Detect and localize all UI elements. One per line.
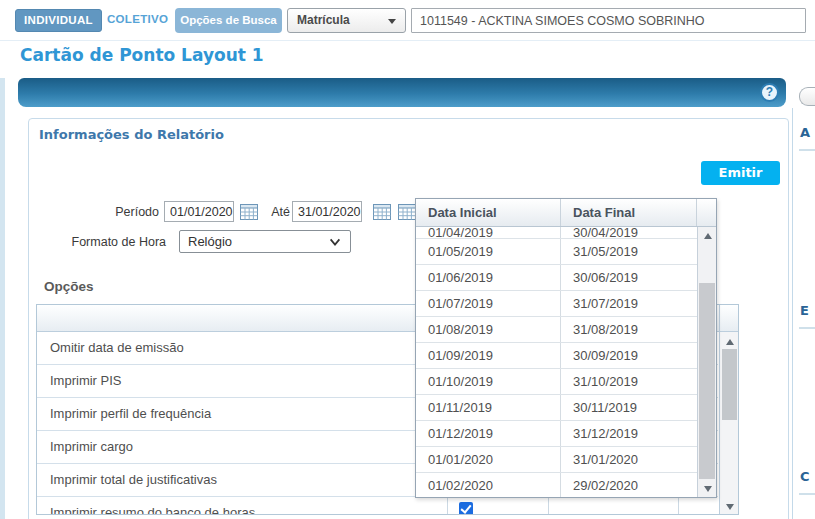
options-title: Opções <box>44 279 94 294</box>
data-inicial-cell: 01/07/2019 <box>416 291 561 316</box>
divider <box>799 493 815 495</box>
select-arrow-icon <box>388 19 396 24</box>
right-panel-divider <box>792 108 793 519</box>
data-inicial-cell: 01/09/2019 <box>416 343 561 368</box>
data-final-cell: 29/02/2020 <box>561 473 697 497</box>
date-range-row[interactable]: 01/11/201930/11/2019 <box>416 395 697 421</box>
chevron-down-icon <box>328 235 342 249</box>
data-inicial-cell: 01/02/2020 <box>416 473 561 497</box>
date-range-row[interactable]: 01/05/201931/05/2019 <box>416 239 697 265</box>
option-label: Imprimir perfil de frequência <box>37 398 448 430</box>
data-final-cell: 30/06/2019 <box>561 265 697 290</box>
dropdown-scrollbar[interactable] <box>697 227 716 497</box>
left-accent-strip <box>0 78 5 519</box>
formato-hora-value: Relógio <box>188 234 232 249</box>
report-section-title: Informações do Relatório <box>39 127 224 142</box>
data-inicial-cell: 01/06/2019 <box>416 265 561 290</box>
option-label: Omitir data de emissão <box>37 332 448 364</box>
options-scrollbar-header <box>720 305 738 332</box>
date-range-row[interactable]: 01/08/201931/08/2019 <box>416 317 697 343</box>
date-range-row[interactable]: 01/01/202031/01/2020 <box>416 447 697 473</box>
option-label: Imprimir PIS <box>37 365 448 397</box>
top-toolbar: INDIVIDUAL COLETIVO Opções de Busca Matr… <box>0 0 815 41</box>
data-final-cell: 30/11/2019 <box>561 395 697 420</box>
data-final-cell: 31/10/2019 <box>561 369 697 394</box>
date-range-row[interactable]: 01/02/202029/02/2020 <box>416 473 697 497</box>
section-header-bar: ? <box>18 78 786 107</box>
periodo-start-input[interactable] <box>164 201 234 222</box>
page-title: Cartão de Ponto Layout 1 <box>20 45 264 65</box>
dropdown-rows: 01/04/2019 30/04/2019 01/05/201931/05/20… <box>416 227 697 497</box>
search-type-select[interactable]: Matrícula <box>287 8 406 33</box>
data-final-cell: 31/07/2019 <box>561 291 697 316</box>
data-inicial-cell: 01/08/2019 <box>416 317 561 342</box>
emit-button[interactable]: Emitir <box>701 161 780 185</box>
calendar-icon[interactable] <box>372 202 392 222</box>
right-section-label: C <box>800 469 810 484</box>
option-checkbox-cell <box>448 497 549 515</box>
search-options-label: Opções de Busca <box>180 14 277 26</box>
date-range-row[interactable]: 01/12/201931/12/2019 <box>416 421 697 447</box>
column-header-empty <box>697 199 716 226</box>
data-final-cell: 31/01/2020 <box>561 447 697 472</box>
date-range-dropdown: Data Inicial Data Final 01/04/2019 30/04… <box>415 198 717 498</box>
dropdown-scrollbar-thumb[interactable] <box>699 283 715 479</box>
ate-label: Até <box>260 205 290 219</box>
date-range-row[interactable]: 01/06/201930/06/2019 <box>416 265 697 291</box>
data-final-cell: 31/12/2019 <box>561 421 697 446</box>
date-range-row[interactable]: 01/10/201931/10/2019 <box>416 369 697 395</box>
scroll-up-icon[interactable] <box>722 334 737 349</box>
employee-input[interactable] <box>411 8 806 33</box>
options-scrollbar[interactable] <box>719 305 738 515</box>
option-row: Imprimir resumo do banco de horas <box>37 497 718 515</box>
data-inicial-cell: 01/10/2019 <box>416 369 561 394</box>
cropped-right-button[interactable] <box>799 87 815 106</box>
calendar-icon[interactable] <box>397 202 417 222</box>
divider <box>799 327 815 329</box>
option-label: Imprimir total de justificativas <box>37 464 448 496</box>
options-scrollbar-thumb[interactable] <box>722 349 737 420</box>
help-icon[interactable]: ? <box>760 83 779 102</box>
periodo-end-input[interactable] <box>292 201 362 222</box>
scroll-up-icon[interactable] <box>700 228 715 243</box>
right-section-label: A <box>800 125 810 140</box>
tab-coletivo[interactable]: COLETIVO <box>107 13 168 25</box>
formato-hora-select[interactable]: Relógio <box>179 230 351 253</box>
date-range-row[interactable]: 01/09/201930/09/2019 <box>416 343 697 369</box>
divider <box>799 149 815 151</box>
search-type-value: Matrícula <box>297 13 350 27</box>
calendar-icon[interactable] <box>239 202 259 222</box>
data-final-cell: 31/08/2019 <box>561 317 697 342</box>
dropdown-header: Data Inicial Data Final <box>416 199 716 227</box>
right-section-label: E <box>800 303 809 318</box>
column-header-data-final: Data Final <box>561 199 697 226</box>
data-inicial-cell: 01/12/2019 <box>416 421 561 446</box>
periodo-label: Período <box>39 205 159 219</box>
formato-hora-label: Formato de Hora <box>39 235 166 249</box>
column-header-data-inicial: Data Inicial <box>416 199 561 226</box>
search-options-button[interactable]: Opções de Busca <box>175 8 282 33</box>
option-label: Imprimir resumo do banco de horas <box>37 497 448 515</box>
option-label: Imprimir cargo <box>37 431 448 463</box>
data-final-cell: 31/05/2019 <box>561 239 697 264</box>
date-range-row[interactable]: 01/07/201931/07/2019 <box>416 291 697 317</box>
data-inicial-cell: 01/11/2019 <box>416 395 561 420</box>
data-inicial-cell: 01/01/2020 <box>416 447 561 472</box>
scroll-down-icon[interactable] <box>722 499 737 514</box>
data-final-cell: 30/09/2019 <box>561 343 697 368</box>
checkbox-checked-icon[interactable] <box>459 502 473 515</box>
scroll-down-icon[interactable] <box>700 481 715 496</box>
tab-individual[interactable]: INDIVIDUAL <box>15 9 102 32</box>
data-inicial-cell: 01/05/2019 <box>416 239 561 264</box>
table-row-partial[interactable]: 01/04/2019 30/04/2019 <box>416 227 697 239</box>
